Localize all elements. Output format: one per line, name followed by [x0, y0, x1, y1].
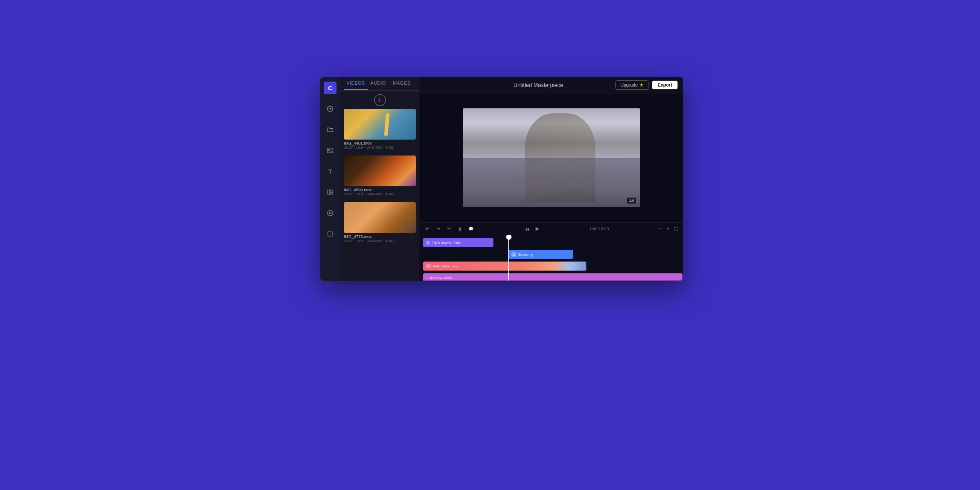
text-clip-label: Try it now for free — [432, 241, 460, 245]
media-thumb-1 — [344, 109, 416, 140]
timeline-tracks: T Try it now for free ⊙ Bouncing — [419, 235, 683, 281]
star-icon: ★ — [639, 82, 644, 87]
media-item-3[interactable]: IMG_4773.mov 00:27 · 10:9 · 1440×900 · 4… — [344, 202, 416, 244]
preview-area: 1:0 — [419, 93, 683, 222]
effects-icon[interactable] — [324, 207, 336, 219]
track-video: ⊙ Bouncing — [419, 250, 683, 260]
media-list: IMG_4481.mov 00:27 · 10:9 · 1440×900 · 4… — [340, 109, 419, 281]
playhead[interactable] — [508, 235, 509, 281]
media-meta-2: 00:27 · 10:9 · 1440×900 · 4 MB — [344, 192, 416, 196]
timecode-badge: 1:0 — [627, 198, 636, 204]
svg-rect-6 — [331, 190, 333, 192]
media-meta-1: 00:27 · 10:9 · 1440×900 · 4 MB — [344, 146, 416, 150]
redo-button[interactable]: ↪ — [434, 225, 442, 233]
media-panel: VIDEOS AUDIO IMAGES + IMG_4481.mov 00:27… — [340, 77, 419, 281]
audio-clip[interactable]: ♪ Tooney Loons — [423, 273, 683, 281]
layout-icon[interactable] — [324, 186, 336, 199]
media-filename-3: IMG_4773.mov — [344, 234, 416, 239]
play-button[interactable]: ▶ — [533, 225, 541, 233]
video-clip-label: Bouncing — [518, 252, 533, 257]
header-actions: Upgrade ★ Export — [615, 80, 678, 90]
audio-clip-label: Tooney Loons — [429, 276, 452, 280]
app-window: C T — [320, 77, 683, 281]
media-info-1: IMG_4481.mov 00:27 · 10:9 · 1440×900 · 4… — [344, 140, 416, 151]
media-clip-label: IMG_4481.mov — [433, 264, 458, 268]
video-preview: 1:0 — [463, 108, 640, 207]
media-filename-2: IMG_4590.mov — [344, 188, 416, 192]
fullscreen-button[interactable]: ⛶ — [673, 226, 679, 232]
svg-rect-7 — [331, 193, 333, 195]
svg-point-8 — [327, 210, 333, 216]
media-thumb-2 — [344, 155, 416, 186]
sidebar-icons: C T — [320, 77, 340, 281]
track-media: ⊡ IMG_4481.mov — [419, 262, 683, 272]
export-button[interactable]: Export — [652, 81, 678, 89]
text-icon[interactable]: T — [324, 165, 336, 178]
skip-back-button[interactable]: ⏮ — [522, 225, 531, 233]
timeline-timecode: 1:00 / 2:00 — [590, 227, 609, 231]
svg-rect-10 — [328, 232, 332, 236]
video-preview-image — [463, 108, 640, 207]
app-background: C T — [0, 0, 980, 490]
media-tabs: VIDEOS AUDIO IMAGES — [340, 77, 419, 91]
video-clip[interactable]: ⊙ Bouncing — [508, 250, 573, 259]
video-clip-icon: ⊙ — [511, 252, 517, 257]
upgrade-button[interactable]: Upgrade ★ — [615, 80, 648, 90]
media-info-2: IMG_4590.mov 00:27 · 10:9 · 1440×900 · 4… — [344, 186, 416, 198]
media-item-1[interactable]: IMG_4481.mov 00:27 · 10:9 · 1440×900 · 4… — [344, 109, 416, 151]
media-item-2[interactable]: IMG_4590.mov 00:27 · 10:9 · 1440×900 · 4… — [344, 155, 416, 198]
project-title: Untitled Masterpiece — [513, 82, 563, 88]
tab-videos[interactable]: VIDEOS — [344, 77, 368, 90]
svg-rect-5 — [327, 190, 330, 194]
audio-clip-icon: ♪ — [426, 276, 428, 280]
app-logo-icon[interactable]: C — [324, 82, 336, 94]
zoom-controls: − + ⛶ — [657, 226, 679, 232]
track-text: T Try it now for free — [419, 238, 683, 248]
timeline-toolbar: ↩ ↪ ✂ 🗑 💬 ⏮ ▶ 1:00 / 2:00 − + ⛶ — [419, 223, 683, 235]
image-icon[interactable] — [324, 144, 336, 157]
tab-images[interactable]: IMAGES — [389, 77, 413, 90]
cut-button[interactable]: ✂ — [445, 225, 453, 233]
comment-button[interactable]: 💬 — [467, 225, 475, 233]
undo-button[interactable]: ↩ — [423, 225, 431, 233]
media-meta-3: 00:27 · 10:9 · 1440×900 · 4 MB — [344, 239, 416, 243]
add-media-icon[interactable] — [324, 102, 336, 115]
media-clip[interactable]: ⊡ IMG_4481.mov — [423, 262, 586, 271]
text-clip-icon: T — [426, 241, 430, 245]
editor-header: Untitled Masterpiece Upgrade ★ Export — [419, 77, 683, 93]
zoom-out-button[interactable]: − — [657, 226, 663, 232]
crop-icon[interactable] — [324, 228, 336, 240]
tab-audio[interactable]: AUDIO — [368, 77, 389, 90]
media-thumb-3 — [344, 202, 416, 233]
media-filename-1: IMG_4481.mov — [344, 141, 416, 146]
timeline-area: ↩ ↪ ✂ 🗑 💬 ⏮ ▶ 1:00 / 2:00 − + ⛶ — [419, 222, 683, 281]
text-clip[interactable]: T Try it now for free — [423, 238, 493, 247]
media-clip-icon: ⊡ — [426, 264, 431, 268]
track-audio: ♪ Tooney Loons — [419, 273, 683, 281]
media-info-3: IMG_4773.mov 00:27 · 10:9 · 1440×900 · 4… — [344, 233, 416, 244]
zoom-in-button[interactable]: + — [665, 226, 671, 232]
add-media-button[interactable]: + — [374, 94, 386, 106]
svg-point-9 — [329, 212, 331, 214]
delete-button[interactable]: 🗑 — [456, 225, 464, 233]
editor-main: Untitled Masterpiece Upgrade ★ Export — [419, 77, 683, 281]
folder-icon[interactable] — [324, 123, 336, 136]
